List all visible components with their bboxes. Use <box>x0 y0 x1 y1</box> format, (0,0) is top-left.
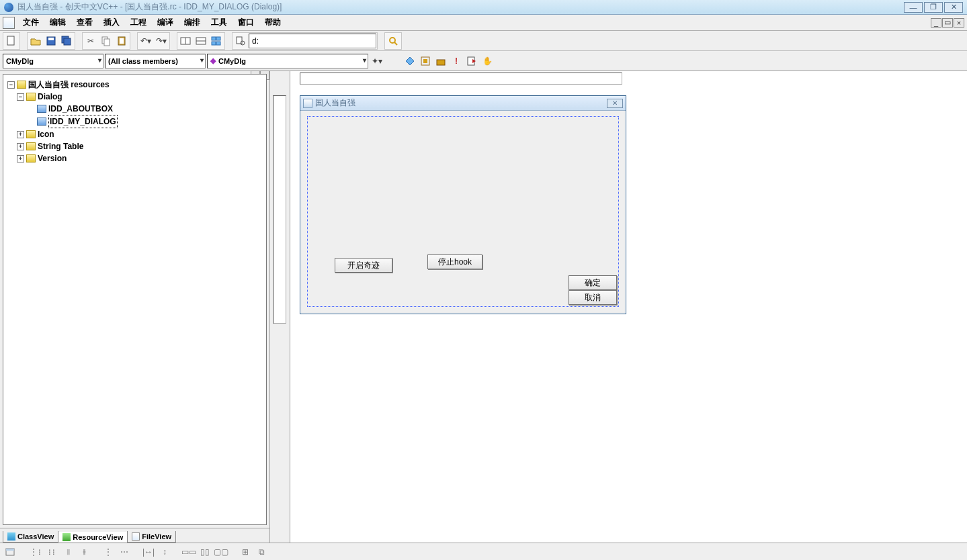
start-button[interactable]: 开启奇迹 <box>335 258 392 273</box>
align-right-icon[interactable]: ⫶⋮ <box>44 545 59 559</box>
mdi-minimize-button[interactable]: _ <box>931 18 941 28</box>
svg-rect-8 <box>120 38 124 44</box>
svg-rect-17 <box>237 37 242 44</box>
svg-rect-26 <box>6 549 14 551</box>
stop-build-icon[interactable]: ! <box>449 54 464 68</box>
vertical-ruler <box>273 95 286 324</box>
mdi-close-button[interactable]: × <box>954 18 964 28</box>
copy-icon[interactable] <box>99 34 114 48</box>
same-width-icon[interactable]: ▭▭ <box>181 545 196 559</box>
menu-layout[interactable]: 编排 <box>179 15 206 30</box>
menu-edit[interactable]: 编辑 <box>44 15 71 30</box>
dialog-editor: 国人当自强 ✕ 开启奇迹 停止hook 确定 取消 <box>290 71 967 543</box>
document-icon <box>3 17 15 29</box>
tree-dialog-folder[interactable]: Dialog <box>38 91 62 103</box>
tab-resourceview[interactable]: ResourceView <box>58 532 128 543</box>
stop-hook-button[interactable]: 停止hook <box>427 254 482 269</box>
tile-icon[interactable] <box>403 54 417 68</box>
resource-tree[interactable]: −国人当自强 resources −Dialog IDD_ABOUTBOX ID… <box>3 74 267 525</box>
filter-combo[interactable]: (All class members) <box>105 54 206 68</box>
search-icon[interactable] <box>386 34 401 48</box>
align-left-icon[interactable]: ⋮⫶ <box>28 545 43 559</box>
svg-rect-0 <box>7 36 14 45</box>
tree-idd-my-dialog[interactable]: IDD_MY_DIALOG <box>48 115 118 128</box>
wizard-toolbar: CMyDlg (All class members) ◆CMyDlg ✦▾ ! … <box>0 51 967 71</box>
splitter[interactable] <box>270 71 290 543</box>
cancel-button[interactable]: 取消 <box>569 290 617 305</box>
dialog-preview[interactable]: 国人当自强 ✕ 开启奇迹 停止hook 确定 取消 <box>300 95 626 314</box>
close-button[interactable]: ✕ <box>944 2 963 13</box>
ok-button[interactable]: 确定 <box>569 275 617 290</box>
paste-icon[interactable] <box>114 34 129 48</box>
menu-tools[interactable]: 工具 <box>206 15 233 30</box>
space-down-icon[interactable]: ↕ <box>157 545 172 559</box>
tab-classview[interactable]: ClassView <box>3 531 58 543</box>
compile-icon[interactable] <box>418 54 433 68</box>
window-controls: — ❐ ✕ <box>904 2 963 13</box>
save-icon[interactable] <box>44 34 58 48</box>
class-combo[interactable]: CMyDlg <box>3 54 103 68</box>
svg-rect-22 <box>423 59 427 63</box>
build-icon[interactable] <box>433 54 448 68</box>
menu-file[interactable]: 文件 <box>17 15 44 30</box>
minimize-button[interactable]: — <box>904 2 923 13</box>
workspace-tabs: ClassView ResourceView FileView <box>0 528 269 543</box>
menu-bar: 文件 编辑 查看 插入 工程 编译 编排 工具 窗口 帮助 _ ▭ × <box>0 15 967 31</box>
undo-icon[interactable]: ↶▾ <box>138 34 153 48</box>
dialog-toolbar: ⋮⫶ ⫶⋮ ⫴ ⫵ ⋮ ⋯ |↔| ↕ ▭▭ ▯▯ ▢▢ ⊞ ⧉ <box>0 543 967 560</box>
same-height-icon[interactable]: ▯▯ <box>198 545 212 559</box>
find-combo[interactable] <box>249 34 376 48</box>
menu-insert[interactable]: 插入 <box>98 15 125 30</box>
menu-project[interactable]: 工程 <box>125 15 152 30</box>
mdi-controls: _ ▭ × <box>930 18 966 28</box>
workspace-panel: ▾ × −国人当自强 resources −Dialog IDD_ABOUTBO… <box>0 71 270 543</box>
tree-icon-folder[interactable]: Icon <box>38 128 54 140</box>
align-bottom-icon[interactable]: ⫵ <box>77 545 91 559</box>
mdi-restore-button[interactable]: ▭ <box>942 18 953 28</box>
space-across-icon[interactable]: |↔| <box>141 545 156 559</box>
goto-icon[interactable]: ✦▾ <box>370 54 384 68</box>
cut-icon[interactable]: ✂ <box>83 34 98 48</box>
standard-toolbar: ✂ ↶▾ ↷▾ <box>0 31 967 51</box>
go-icon[interactable]: ✋ <box>480 54 495 68</box>
svg-point-19 <box>390 38 395 43</box>
save-all-icon[interactable] <box>59 34 74 48</box>
redo-icon[interactable]: ↷▾ <box>154 34 169 48</box>
svg-rect-16 <box>216 42 220 45</box>
output-icon[interactable] <box>194 34 208 48</box>
tree-root[interactable]: 国人当自强 resources <box>28 79 110 91</box>
toggle-guides-icon[interactable]: ⧉ <box>254 545 269 559</box>
workspace-icon[interactable] <box>178 34 193 48</box>
svg-line-20 <box>394 42 397 45</box>
window-title: 国人当自强 - 创天中文VC++ - [国人当自强.rc - IDD_MY_DI… <box>17 1 900 13</box>
menu-build[interactable]: 编译 <box>152 15 179 30</box>
find-in-files-icon[interactable] <box>233 34 248 48</box>
dialog-app-icon <box>303 99 312 108</box>
same-size-icon[interactable]: ▢▢ <box>214 545 228 559</box>
tree-string-folder[interactable]: String Table <box>38 140 83 152</box>
svg-rect-14 <box>216 37 220 40</box>
new-file-icon[interactable] <box>4 34 19 48</box>
window-list-icon[interactable] <box>209 34 224 48</box>
toggle-grid-icon[interactable]: ⊞ <box>238 545 253 559</box>
execute-icon[interactable] <box>464 54 479 68</box>
center-vertical-icon[interactable]: ⋮ <box>101 545 116 559</box>
menu-view[interactable]: 查看 <box>71 15 98 30</box>
dialog-titlebar: 国人当自强 ✕ <box>300 96 626 111</box>
tree-idd-aboutbox[interactable]: IDD_ABOUTBOX <box>48 103 113 115</box>
dialog-close-icon[interactable]: ✕ <box>607 99 623 108</box>
svg-rect-6 <box>104 39 110 46</box>
member-combo[interactable]: ◆CMyDlg <box>207 54 368 68</box>
align-top-icon[interactable]: ⫴ <box>60 545 75 559</box>
maximize-button[interactable]: ❐ <box>924 2 943 13</box>
menu-window[interactable]: 窗口 <box>233 15 259 30</box>
dialog-client-area[interactable]: 开启奇迹 停止hook 确定 取消 <box>307 116 619 307</box>
center-horizontal-icon[interactable]: ⋯ <box>117 545 132 559</box>
test-dialog-icon[interactable] <box>3 545 17 559</box>
open-icon[interactable] <box>28 34 43 48</box>
menu-help[interactable]: 帮助 <box>259 15 286 30</box>
tree-version-folder[interactable]: Version <box>38 152 67 165</box>
svg-rect-13 <box>212 37 216 40</box>
tab-fileview[interactable]: FileView <box>127 531 176 543</box>
horizontal-ruler <box>300 73 622 85</box>
